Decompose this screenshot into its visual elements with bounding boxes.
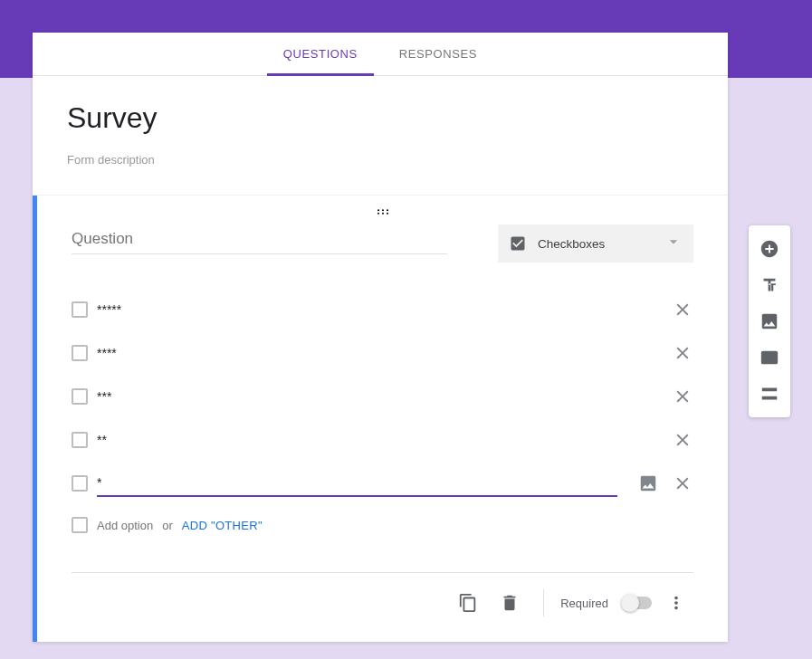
option-checkbox (72, 388, 88, 405)
required-toggle[interactable] (621, 597, 652, 609)
add-title-button[interactable] (749, 267, 790, 303)
remove-option-icon[interactable] (672, 386, 693, 407)
tabs: QUESTIONS RESPONSES (33, 33, 728, 76)
remove-option-icon[interactable] (672, 299, 693, 320)
svg-point-5 (387, 213, 388, 215)
add-option-checkbox (72, 517, 88, 533)
option-text-input[interactable] (97, 384, 659, 409)
svg-point-1 (382, 209, 384, 211)
add-section-button[interactable] (749, 376, 790, 412)
card-footer: Required (72, 572, 693, 620)
option-row (72, 462, 693, 505)
svg-point-0 (377, 209, 379, 211)
options-list (72, 288, 693, 505)
tab-questions[interactable]: QUESTIONS (280, 33, 361, 75)
svg-point-2 (387, 209, 388, 211)
option-text-input[interactable] (97, 340, 659, 366)
or-text: or (162, 519, 173, 532)
add-option-text[interactable]: Add option (97, 519, 153, 532)
question-top-row: Checkboxes (72, 224, 693, 263)
option-checkbox (72, 301, 88, 318)
add-other-button[interactable]: ADD "OTHER" (182, 519, 263, 532)
question-type-label: Checkboxes (538, 237, 654, 251)
question-card: Checkboxes Add option or ADD "OTHER" Req… (33, 196, 728, 642)
option-row (72, 375, 693, 418)
form-title[interactable]: Survey (67, 101, 693, 135)
side-toolbar (749, 225, 790, 417)
add-question-button[interactable] (749, 231, 790, 267)
tab-responses[interactable]: RESPONSES (396, 33, 481, 75)
option-text-input[interactable] (97, 427, 659, 453)
form-container: QUESTIONS RESPONSES Survey Form descript… (33, 33, 728, 642)
tab-questions-label: QUESTIONS (283, 47, 358, 61)
option-row (72, 288, 693, 331)
insert-image-icon[interactable] (637, 473, 659, 494)
remove-option-icon[interactable] (672, 473, 693, 494)
svg-point-4 (382, 213, 384, 215)
question-type-select[interactable]: Checkboxes (498, 224, 693, 263)
tab-responses-label: RESPONSES (399, 47, 477, 61)
drag-handle[interactable] (72, 208, 693, 215)
remove-option-icon[interactable] (672, 342, 693, 364)
option-text-input[interactable] (97, 297, 659, 322)
more-options-button[interactable] (659, 586, 693, 620)
form-description[interactable]: Form description (67, 153, 693, 167)
add-option-row: Add option or ADD "OTHER" (72, 505, 693, 545)
required-label: Required (560, 597, 608, 610)
duplicate-button[interactable] (451, 586, 485, 620)
chevron-down-icon (664, 233, 683, 254)
toggle-knob (621, 594, 639, 612)
option-row (72, 331, 693, 375)
add-image-button[interactable] (749, 303, 790, 339)
option-checkbox (72, 345, 88, 361)
delete-button[interactable] (492, 586, 527, 620)
option-checkbox (72, 432, 88, 448)
option-row (72, 418, 693, 462)
add-video-button[interactable] (749, 339, 790, 376)
question-title-input[interactable] (72, 224, 447, 254)
checkboxes-icon (509, 234, 527, 253)
option-text-input[interactable] (97, 470, 617, 497)
remove-option-icon[interactable] (672, 429, 693, 451)
form-header: Survey Form description (33, 76, 728, 196)
svg-point-3 (377, 213, 379, 215)
option-checkbox (72, 475, 88, 492)
footer-divider (543, 589, 544, 616)
